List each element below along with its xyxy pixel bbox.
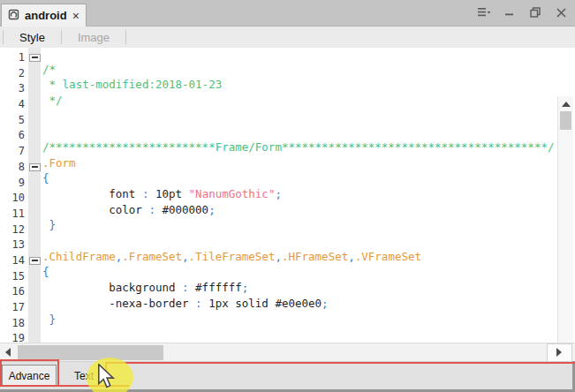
fold-marker-icon[interactable] — [29, 163, 41, 171]
code-fold-margin — [28, 48, 41, 343]
tab-style[interactable]: Style — [4, 31, 61, 44]
code-line — [42, 233, 554, 249]
separator — [125, 30, 126, 44]
scroll-up-icon[interactable] — [562, 102, 571, 107]
tab-advance[interactable]: Advance — [2, 365, 57, 387]
code-line — [42, 109, 554, 124]
bottom-tab-bar: Advance Text — [0, 361, 575, 392]
vertical-scrollbar-thumb[interactable] — [560, 111, 571, 130]
document-tab-bar: android × — [0, 0, 575, 26]
document-tab-title: android — [25, 9, 67, 22]
code-line: } — [42, 312, 554, 328]
tab-advance-label: Advance — [9, 370, 50, 382]
code-line: .ChildFrame,.FrameSet,.TileFrameSet,.HFr… — [42, 249, 554, 265]
code-line: color : #000000; — [42, 202, 554, 218]
close-window-icon[interactable] — [554, 5, 568, 19]
scroll-right-icon[interactable] — [547, 343, 572, 363]
document-tab-android[interactable]: android × — [1, 4, 87, 26]
window-controls — [477, 5, 568, 19]
document-icon — [8, 8, 19, 24]
code-line: font : 10pt "NanumGothic"; — [42, 186, 554, 202]
editor-window: android × — [0, 0, 575, 392]
code-line — [42, 124, 554, 139]
tab-text[interactable]: Text — [74, 365, 94, 387]
fold-marker-icon[interactable] — [29, 54, 41, 62]
code-line: background : #ffffff; — [42, 280, 554, 296]
horizontal-scrollbar[interactable] — [0, 343, 575, 362]
code-line: -nexa-border : 1px solid #e0e0e0; — [42, 296, 554, 312]
code-line: .Form — [42, 155, 554, 171]
tab-list-menu-icon[interactable] — [477, 5, 491, 19]
view-tab-bar: Style Image — [0, 26, 575, 48]
restore-icon[interactable] — [528, 5, 542, 19]
code-editor[interactable]: 12345678910111213141516171819 /* * last-… — [0, 48, 575, 343]
fold-marker-icon[interactable] — [29, 257, 41, 265]
code-line: */ — [42, 93, 554, 109]
code-line: /* — [42, 62, 554, 78]
code-line: } — [42, 217, 554, 233]
vertical-scrollbar[interactable] — [557, 96, 573, 343]
minimize-icon[interactable] — [503, 5, 517, 19]
tab-text-label: Text — [74, 370, 94, 382]
code-content[interactable]: /* * last-modified:2018-01-23 */ /******… — [42, 62, 554, 343]
code-line — [42, 327, 554, 343]
horizontal-scrollbar-thumb[interactable] — [18, 345, 163, 360]
code-line: * last-modified:2018-01-23 — [42, 77, 554, 93]
scroll-left-icon[interactable] — [1, 344, 17, 361]
code-line: { — [42, 170, 554, 186]
line-number-gutter: 12345678910111213141516171819 — [0, 50, 25, 343]
code-line: { — [42, 264, 554, 280]
code-line: /*************************Frame/Form****… — [42, 139, 554, 155]
close-tab-icon[interactable]: × — [72, 10, 79, 22]
tab-image[interactable]: Image — [62, 31, 125, 44]
